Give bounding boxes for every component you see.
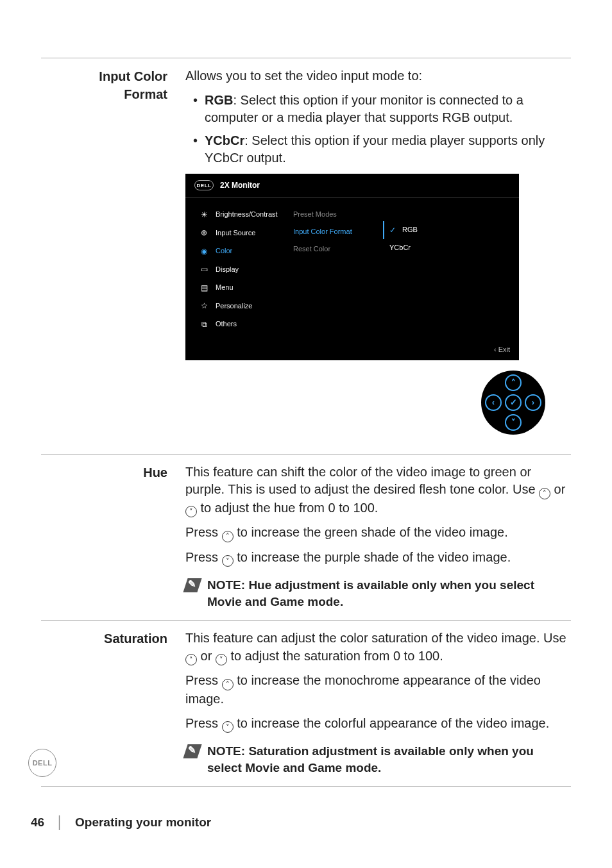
osd-menu-item: ⧉Others — [200, 315, 283, 334]
osd-menu-label: Display — [216, 265, 239, 274]
osd-menu-label: Brightness/Contrast — [216, 210, 278, 219]
intro-text: Allows you to set the video input mode t… — [185, 67, 571, 85]
ycbcr-option-desc: YCbCr: Select this option if your media … — [196, 132, 571, 167]
osd-menu-item: ▤Menu — [200, 279, 283, 297]
hue-note: NOTE: Hue adjustment is available only w… — [185, 573, 571, 611]
row-content-saturation: This feature can adjust the color satura… — [185, 630, 571, 777]
osd-menu-label: Personalize — [216, 301, 252, 311]
chevron-down-icon: ˅ — [222, 555, 234, 567]
row-content-hue: This feature can shift the color of the … — [185, 463, 571, 612]
osd-menu-item: ☀Brightness/Contrast — [200, 206, 283, 224]
osd-submenu: Preset ModesInput Color FormatReset Colo… — [288, 198, 384, 342]
row-label-saturation: Saturation — [41, 630, 185, 777]
row-content-input-color-format: Allows you to set the video input mode t… — [185, 67, 571, 445]
check-icon: ✓ — [389, 225, 396, 236]
rgb-option-desc: RGB: Select this option if your monitor … — [196, 92, 571, 127]
chevron-down-icon: ˅ — [222, 721, 234, 733]
osd-option-label: RGB — [402, 225, 418, 235]
osd-menu-label: Others — [216, 319, 237, 329]
dell-badge-icon: DELL — [28, 749, 56, 777]
chevron-up-icon: ˄ — [222, 679, 234, 690]
osd-menu-icon: ▤ — [200, 283, 208, 294]
chevron-up-icon: ˄ — [539, 488, 550, 499]
osd-menu-item: ▭Display — [200, 260, 283, 279]
note-icon — [183, 744, 201, 758]
chevron-up-icon: ˄ — [222, 531, 234, 542]
row-label-input-color-format: Input Color Format — [41, 67, 185, 445]
osd-main-menu: ☀Brightness/Contrast⊕Input Source◉Color▭… — [185, 198, 288, 342]
osd-option: ✓RGB — [383, 221, 514, 240]
page-footer: 46 │ Operating your monitor — [31, 815, 211, 830]
dell-logo-icon: DELL — [194, 180, 214, 190]
nav-right-icon: › — [525, 394, 541, 411]
osd-submenu-item: Reset Color — [293, 240, 379, 258]
osd-menu-icon: ☆ — [200, 301, 208, 312]
osd-submenu-item: Input Color Format — [293, 223, 379, 240]
page-number: 46 — [31, 815, 44, 830]
osd-menu-icon: ☀ — [200, 210, 208, 221]
nav-left-icon: ‹ — [485, 394, 502, 411]
nav-up-icon: ˄ — [505, 374, 522, 391]
osd-option: YCbCr — [389, 239, 514, 256]
osd-menu-icon: ⧉ — [200, 319, 208, 330]
joystick-nav-cluster: ˄ ‹ ✓ › ˅ — [481, 371, 545, 435]
osd-option-label: YCbCr — [389, 243, 411, 253]
chevron-up-icon: ˄ — [185, 654, 197, 665]
osd-menu-icon: ⊕ — [200, 228, 208, 238]
nav-ok-icon: ✓ — [505, 394, 522, 411]
footer-separator: │ — [56, 815, 64, 830]
osd-menu-label: Input Source — [216, 228, 255, 238]
osd-menu-icon: ▭ — [200, 264, 208, 275]
osd-menu-item: ◉Color — [200, 242, 283, 261]
osd-menu-icon: ◉ — [200, 246, 208, 257]
osd-options: ✓RGBYCbCr — [384, 198, 519, 342]
row-label-hue: Hue — [41, 463, 185, 612]
chapter-title: Operating your monitor — [75, 815, 211, 830]
osd-submenu-item: Preset Modes — [293, 206, 379, 223]
note-icon — [183, 578, 201, 592]
chevron-down-icon: ˅ — [185, 506, 197, 517]
osd-screenshot: DELL 2X Monitor ☀Brightness/Contrast⊕Inp… — [185, 174, 519, 360]
nav-down-icon: ˅ — [505, 414, 522, 431]
chevron-down-icon: ˅ — [216, 654, 227, 665]
osd-exit: ‹ Exit — [185, 341, 519, 360]
saturation-note: NOTE: Saturation adjustment is available… — [185, 739, 571, 777]
osd-menu-item: ⊕Input Source — [200, 224, 283, 242]
osd-title: 2X Monitor — [220, 180, 260, 191]
osd-menu-label: Color — [216, 246, 232, 256]
osd-menu-item: ☆Personalize — [200, 297, 283, 315]
osd-menu-label: Menu — [216, 283, 234, 292]
